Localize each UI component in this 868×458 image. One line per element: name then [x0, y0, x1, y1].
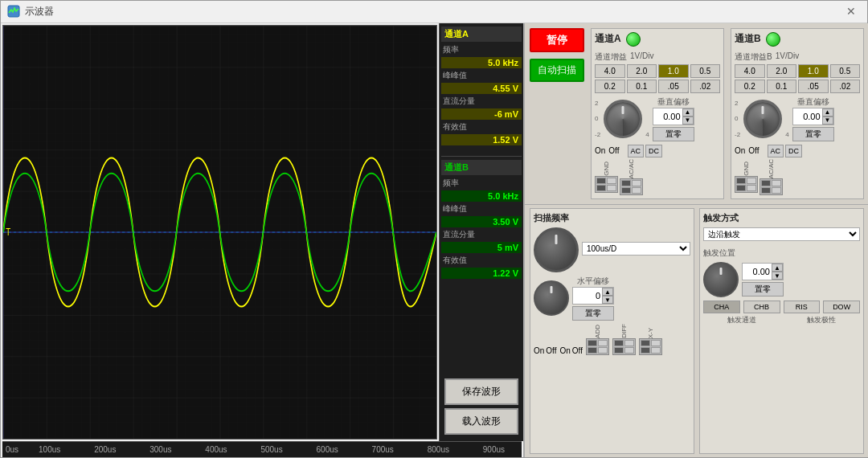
ch-b-scale-mid: 0 [735, 115, 740, 122]
sweep-knob-row: 100us/D 50us/D 20us/D 10us/D 200us/D [534, 227, 690, 272]
time-200: 200us [94, 445, 116, 454]
trigger-mode-select[interactable]: 边沿触发 脉宽触发 视频触发 [703, 227, 860, 241]
ch-b-label: 通道B [441, 160, 522, 175]
trig-ris-btn[interactable]: RIS [784, 301, 821, 313]
auto-scan-button[interactable]: 自动扫描 [530, 59, 584, 82]
ch-b-offset-knob[interactable] [743, 100, 782, 138]
add-mini-switch[interactable] [586, 338, 609, 355]
horiz-offset-up[interactable]: ▲ [602, 288, 613, 296]
ch-a-coupling: AC DC [628, 145, 663, 157]
ch-b-panel-header: 通道B [735, 32, 860, 47]
save-waveform-button[interactable]: 保存波形 [444, 378, 518, 405]
ch-b-on-label: On [735, 146, 745, 155]
load-waveform-button[interactable]: 载入波形 [444, 408, 518, 435]
ch-b-gain-1[interactable]: 1.0 [798, 64, 829, 78]
ch-b-dc-btn[interactable]: DC [785, 145, 802, 157]
ch-a-peak-label: 峰峰值 [441, 69, 522, 82]
app-icon [7, 5, 20, 18]
time-800: 800us [428, 445, 449, 454]
sweep-title: 扫描频率 [534, 212, 690, 224]
ch-b-panel-name: 通道B [735, 32, 761, 46]
sweep-on-label: On [534, 346, 544, 355]
pause-button[interactable]: 暂停 [530, 28, 584, 52]
horiz-offset-label: 水平偏移 [577, 276, 609, 287]
trig-zero-button[interactable]: 置零 [742, 282, 784, 296]
ch-b-peak-value: 3.50 V [441, 216, 522, 227]
ch-a-scale-r3: 4 [645, 131, 649, 138]
ch-a-offset-knob[interactable] [604, 100, 642, 138]
ch-a-offset-input[interactable] [653, 108, 682, 125]
trigger-position-knob[interactable] [703, 262, 739, 297]
ch-b-gain-05[interactable]: 0.5 [830, 64, 861, 78]
window-title: 示波器 [25, 5, 841, 18]
ch-b-peak-label: 峰峰值 [441, 202, 522, 215]
ch-b-gain-002[interactable]: .02 [830, 80, 861, 93]
trigger-panel: 触发方式 边沿触发 脉宽触发 视频触发 触发位置 [699, 208, 864, 454]
diff-on-off: On Off [560, 346, 583, 355]
ch-b-offset-up[interactable]: ▲ [822, 108, 833, 117]
ch-a-panel-name: 通道A [595, 32, 621, 46]
horiz-zero-button[interactable]: 置零 [572, 306, 614, 321]
xy-mini-switch[interactable] [639, 338, 662, 355]
ch-a-gain-4[interactable]: 4.0 [595, 64, 625, 78]
sweep-frequency-knob[interactable] [534, 227, 579, 272]
ch-a-gain-05[interactable]: 0.5 [690, 64, 721, 78]
ch-b-gain-005[interactable]: .05 [798, 80, 829, 93]
ch-a-gain-1[interactable]: 1.0 [658, 64, 689, 78]
trig-chb-btn[interactable]: CHB [743, 301, 780, 313]
trig-pos-up[interactable]: ▲ [772, 264, 783, 272]
channel-a-panel: 通道A 通道增益 1V/Div 4.0 2.0 1.0 0.5 0.2 0.1 [591, 28, 724, 199]
channel-b-info: 通道B 频率 5.0 kHz 峰峰值 3.50 V 直流分量 5 mV 有效值 … [441, 160, 522, 280]
ch-a-dc-btn[interactable]: DC [645, 145, 662, 157]
sweep-on-off: On Off [534, 346, 557, 355]
ch-a-zero-button[interactable]: 置零 [653, 127, 694, 141]
time-900: 900us [483, 445, 505, 454]
ch-a-gain-02[interactable]: 0.2 [595, 80, 625, 93]
ch-a-acdc-switch: AC/AC [620, 159, 643, 195]
ch-a-freq-label: 频率 [441, 43, 522, 56]
ch-a-offset-box: 垂直偏移 ▲ ▼ 置零 [653, 96, 694, 141]
ch-a-freq-value: 5.0 kHz [441, 57, 522, 68]
trig-pos-input[interactable] [743, 264, 772, 280]
ch-b-offset-down[interactable]: ▼ [822, 117, 833, 125]
horiz-offset-row: 水平偏移 ▲ ▼ 置零 [534, 276, 690, 321]
ch-b-gain-01[interactable]: 0.1 [767, 80, 797, 93]
trig-cha-btn[interactable]: CHA [703, 301, 740, 313]
ch-b-gain-02[interactable]: 0.2 [735, 80, 765, 93]
ch-b-ac-btn[interactable]: AC [768, 145, 784, 157]
ch-a-label: 通道A [441, 27, 522, 42]
ch-b-gnd-mini-switch[interactable] [735, 176, 758, 193]
ch-a-acdc-mini-switch[interactable] [620, 178, 643, 195]
ch-b-gain-2[interactable]: 2.0 [767, 64, 797, 78]
time-100: 100us [39, 445, 60, 454]
time-0: 0us [2, 445, 22, 454]
sweep-freq-select[interactable]: 100us/D 50us/D 20us/D 10us/D 200us/D [582, 242, 690, 256]
ch-b-zero-button[interactable]: 置零 [792, 127, 834, 141]
ch-b-scale-r3: 4 [785, 131, 788, 138]
ch-a-gain-grid: 4.0 2.0 1.0 0.5 0.2 0.1 .05 .02 [595, 64, 720, 93]
diff-on-label: On [560, 346, 571, 355]
ch-a-ac-btn[interactable]: AC [628, 145, 645, 157]
horiz-offset-knob[interactable] [534, 280, 569, 316]
main-layout: T 通道A 频率 5.0 kHz 峰峰值 4.55 V 直流分量 -6 mV [1, 23, 868, 457]
ch-a-gain-2[interactable]: 2.0 [627, 64, 657, 78]
ch-a-gnd-mini-switch[interactable] [595, 176, 618, 193]
ch-a-offset-up[interactable]: ▲ [682, 108, 694, 117]
ch-a-offset-down[interactable]: ▼ [682, 117, 694, 125]
ch-a-led [626, 32, 641, 47]
trig-dow-btn[interactable]: DOW [823, 301, 860, 313]
ch-a-gain-002[interactable]: .02 [690, 80, 721, 93]
ch-b-offset-input[interactable] [793, 108, 822, 125]
horiz-offset-down[interactable]: ▼ [602, 296, 613, 304]
ch-b-gain-4[interactable]: 4.0 [735, 64, 765, 78]
ch-a-gain-01[interactable]: 0.1 [627, 80, 657, 93]
diff-mini-switch[interactable] [612, 338, 636, 355]
close-button[interactable]: ✕ [841, 3, 861, 19]
ch-b-acdc-mini-switch[interactable] [760, 178, 783, 195]
ch-a-knob-row: 2 0 -2 4 垂直偏移 [595, 96, 720, 141]
trig-pos-down[interactable]: ▼ [772, 272, 783, 280]
ch-a-gain-005[interactable]: .05 [658, 80, 689, 93]
ch-a-div-label: 1V/Div [630, 51, 653, 63]
time-axis: 0us 100us 200us 300us 400us 500us 600us … [2, 441, 522, 457]
horiz-offset-input[interactable] [573, 288, 602, 304]
